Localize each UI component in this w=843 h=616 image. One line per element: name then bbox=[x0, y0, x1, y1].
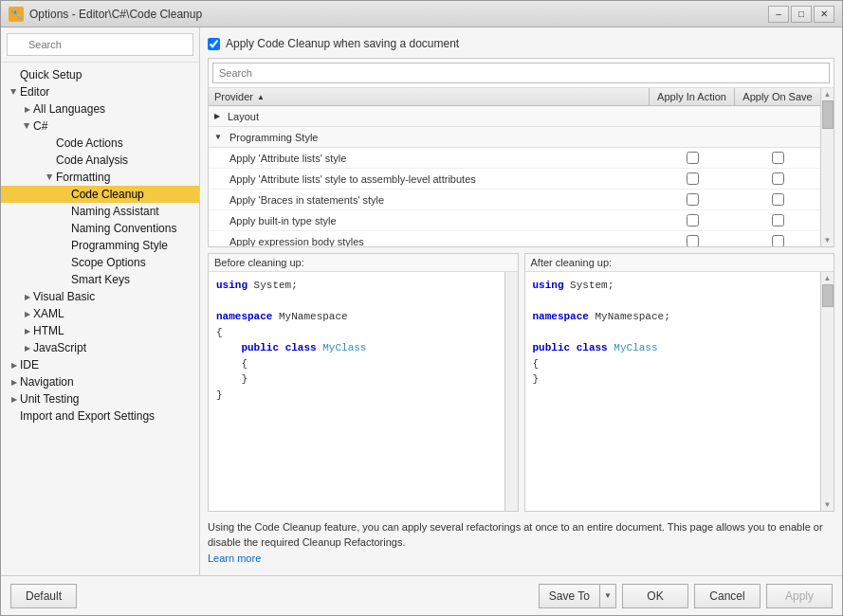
sidebar-item-code-actions[interactable]: Code Actions bbox=[1, 135, 199, 152]
sidebar-item-smart-keys[interactable]: Smart Keys bbox=[1, 271, 199, 288]
save-to-dropdown-button[interactable]: ▼ bbox=[599, 584, 616, 608]
sidebar-item-label: C# bbox=[33, 119, 195, 133]
sidebar-item-scope-options[interactable]: Scope Options bbox=[1, 254, 199, 271]
row-apply-on[interactable] bbox=[735, 150, 820, 166]
apply-on-save-checkbox[interactable] bbox=[208, 38, 220, 50]
ok-button[interactable]: OK bbox=[622, 584, 688, 608]
sidebar-item-javascript[interactable]: ▶ JavaScript bbox=[1, 339, 199, 356]
apply-button[interactable]: Apply bbox=[766, 584, 833, 608]
scroll-up-icon[interactable]: ▲ bbox=[824, 90, 832, 99]
before-scrollbar[interactable] bbox=[504, 272, 518, 511]
apply-on-checkbox[interactable] bbox=[772, 235, 784, 246]
code-line: } bbox=[533, 371, 814, 388]
section-arrow: ▶ bbox=[214, 112, 220, 120]
before-layout: using System; namespace MyNamespace { pu… bbox=[209, 272, 518, 511]
minimize-button[interactable]: – bbox=[768, 6, 789, 23]
code-line: } bbox=[216, 371, 497, 388]
arrow-icon bbox=[60, 223, 71, 234]
sidebar-search-container: 🔍 bbox=[1, 27, 199, 63]
sidebar-item-editor[interactable]: ▶ Editor bbox=[1, 83, 199, 100]
apply-on-checkbox[interactable] bbox=[772, 152, 784, 164]
row-apply-on[interactable] bbox=[735, 191, 820, 208]
learn-more-link[interactable]: Learn more bbox=[208, 553, 261, 564]
provider-search-input[interactable] bbox=[212, 63, 830, 83]
sidebar-item-navigation[interactable]: ▶ Navigation bbox=[1, 373, 199, 390]
sidebar-item-code-analysis[interactable]: Code Analysis bbox=[1, 152, 199, 169]
apply-in-checkbox[interactable] bbox=[687, 214, 699, 226]
arrow-icon: ▶ bbox=[22, 120, 33, 132]
cancel-button[interactable]: Cancel bbox=[694, 584, 761, 608]
row-apply-in[interactable] bbox=[650, 233, 735, 246]
sidebar-item-all-languages[interactable]: ▶ All Languages bbox=[1, 100, 199, 118]
scroll-down-icon[interactable]: ▼ bbox=[824, 236, 832, 245]
sidebar-item-label: JavaScript bbox=[33, 341, 195, 354]
row-apply-on[interactable] bbox=[735, 171, 820, 187]
sidebar-item-csharp[interactable]: ▶ C# bbox=[1, 118, 199, 135]
after-label: After cleaning up: bbox=[525, 254, 834, 272]
scroll-down-icon[interactable]: ▼ bbox=[824, 500, 832, 509]
apply-in-checkbox[interactable] bbox=[687, 152, 699, 164]
table-row: Apply 'Attribute lists' style bbox=[209, 148, 820, 169]
sidebar-item-programming-style[interactable]: Programming Style bbox=[1, 237, 199, 254]
apply-in-checkbox[interactable] bbox=[687, 172, 699, 185]
section-layout[interactable]: ▶ Layout bbox=[209, 106, 820, 127]
before-pane: Before cleaning up: using System; namesp… bbox=[208, 253, 519, 512]
sidebar-item-code-cleanup[interactable]: Code Cleanup bbox=[1, 186, 199, 203]
description-area: Using the Code Cleanup feature, you can … bbox=[208, 517, 834, 569]
apply-in-checkbox[interactable] bbox=[687, 193, 699, 206]
code-line: { bbox=[216, 325, 497, 341]
arrow-icon: ▶ bbox=[9, 393, 20, 405]
row-apply-on[interactable] bbox=[735, 233, 820, 246]
scroll-thumb[interactable] bbox=[822, 284, 834, 307]
apply-on-checkbox[interactable] bbox=[772, 172, 784, 185]
sidebar-item-unit-testing[interactable]: ▶ Unit Testing bbox=[1, 390, 199, 408]
sidebar-item-import-export[interactable]: Import and Export Settings bbox=[1, 408, 199, 425]
sidebar-search-wrap: 🔍 bbox=[7, 33, 193, 56]
save-to-button[interactable]: Save To bbox=[539, 584, 599, 608]
code-line: using System; bbox=[533, 278, 814, 294]
row-label: Apply 'Attribute lists' style to assembl… bbox=[209, 172, 650, 187]
default-button[interactable]: Default bbox=[10, 584, 77, 608]
preview-section: Before cleaning up: using System; namesp… bbox=[208, 253, 834, 512]
row-label: Apply 'Attribute lists' style bbox=[209, 151, 650, 166]
sidebar-item-label: Editor bbox=[20, 85, 195, 99]
sidebar-item-visual-basic[interactable]: ▶ Visual Basic bbox=[1, 288, 199, 305]
row-apply-on[interactable] bbox=[735, 212, 820, 228]
provider-table-header: Provider ▲ Apply In Action Apply On Save bbox=[209, 88, 820, 106]
scroll-up-icon[interactable]: ▲ bbox=[824, 274, 832, 282]
sidebar-item-ide[interactable]: ▶ IDE bbox=[1, 356, 199, 373]
maximize-button[interactable]: □ bbox=[791, 6, 812, 23]
arrow-icon bbox=[45, 154, 56, 166]
sidebar-item-formatting[interactable]: ▶ Formatting bbox=[1, 169, 199, 186]
sidebar-item-xaml[interactable]: ▶ XAML bbox=[1, 305, 199, 322]
table-scrollbar[interactable]: ▲ ▼ bbox=[820, 88, 834, 246]
close-button[interactable]: ✕ bbox=[814, 6, 834, 23]
sidebar-item-naming-conventions[interactable]: Naming Conventions bbox=[1, 220, 199, 237]
row-apply-in[interactable] bbox=[650, 171, 735, 187]
row-apply-in[interactable] bbox=[650, 191, 735, 208]
table-row: Apply 'Attribute lists' style to assembl… bbox=[209, 169, 820, 190]
table-row: Apply built-in type style bbox=[209, 210, 820, 231]
save-to-split-button: Save To ▼ bbox=[539, 584, 616, 608]
sidebar-item-label: XAML bbox=[33, 307, 195, 320]
apply-on-checkbox[interactable] bbox=[772, 214, 784, 226]
row-apply-in[interactable] bbox=[650, 212, 735, 228]
scroll-thumb[interactable] bbox=[822, 100, 834, 129]
section-programming-style[interactable]: ▼ Programming Style bbox=[209, 127, 820, 148]
after-scrollbar[interactable]: ▲ ▼ bbox=[820, 272, 834, 511]
col-header-apply-on: Apply On Save bbox=[735, 88, 820, 105]
row-apply-in[interactable] bbox=[650, 150, 735, 166]
arrow-icon: ▶ bbox=[22, 325, 33, 336]
section-label: ▶ Layout bbox=[209, 109, 650, 124]
apply-on-checkbox[interactable] bbox=[772, 193, 784, 206]
sidebar-item-html[interactable]: ▶ HTML bbox=[1, 322, 199, 339]
sidebar-item-naming-assistant[interactable]: Naming Assistant bbox=[1, 203, 199, 220]
after-pane: After cleaning up: using System; namespa… bbox=[524, 253, 835, 512]
apply-in-checkbox[interactable] bbox=[687, 235, 699, 246]
section-arrow: ▼ bbox=[214, 133, 222, 141]
arrow-icon bbox=[60, 257, 71, 268]
arrow-icon: ▶ bbox=[9, 359, 20, 371]
sidebar-search-input[interactable] bbox=[7, 33, 193, 56]
table-content: Provider ▲ Apply In Action Apply On Save… bbox=[209, 88, 820, 246]
sidebar-item-quick-setup[interactable]: Quick Setup bbox=[1, 66, 199, 83]
